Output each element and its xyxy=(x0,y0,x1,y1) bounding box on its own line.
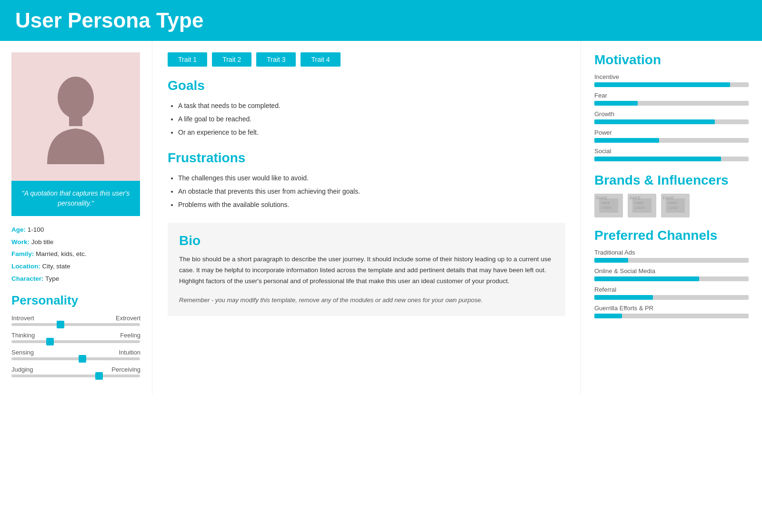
age-value: 1-100 xyxy=(28,226,44,233)
motivation-bar-row: Power xyxy=(594,129,749,143)
svg-text:FAKE: FAKE xyxy=(602,201,610,205)
svg-text:FAKE: FAKE xyxy=(668,201,677,205)
slider-track xyxy=(11,357,140,360)
channel-bar-fill xyxy=(594,314,622,318)
list-item: An obstacle that prevents this user from… xyxy=(178,185,565,198)
trait-button[interactable]: Trait 4 xyxy=(301,52,340,67)
age-label: Age: xyxy=(11,226,26,233)
main-content: "A quotation that captures this user's p… xyxy=(0,41,762,394)
channel-bar-row: Online & Social Media xyxy=(594,267,749,281)
slider-thumb[interactable] xyxy=(57,321,64,328)
personality-slider-row: Thinking Feeling xyxy=(11,332,140,344)
trait-button[interactable]: Trait 2 xyxy=(212,52,251,67)
middle-column: Trait 1Trait 2Trait 3Trait 4 Goals A tas… xyxy=(152,41,581,394)
slider-right-label: Perceiving xyxy=(111,366,140,373)
list-item: The challenges this user would like to a… xyxy=(178,171,565,185)
brand-logo-2: FAKELOGO xyxy=(628,194,656,217)
channel-bars: Traditional Ads Online & Social Media Re… xyxy=(594,249,749,318)
channel-bar-row: Referral xyxy=(594,286,749,300)
slider-track xyxy=(11,323,140,326)
page-title: User Persona Type xyxy=(15,9,747,32)
motivation-bar-row: Fear xyxy=(594,92,749,106)
personality-section: Personality Introvert Extrovert Thinking… xyxy=(11,293,140,378)
personality-title: Personality xyxy=(11,293,140,308)
channel-bar-track xyxy=(594,258,749,263)
user-info: Age: 1-100 Work: Job title Family: Marri… xyxy=(11,224,140,285)
channel-bar-track xyxy=(594,314,749,318)
slider-thumb[interactable] xyxy=(46,338,54,345)
personality-slider-row: Judging Perceiving xyxy=(11,366,140,378)
slider-left-label: Thinking xyxy=(11,332,35,339)
bar-track xyxy=(594,157,749,161)
bio-text: The bio should be a short paragraph to d… xyxy=(179,254,554,287)
location-value: City, state xyxy=(42,263,70,270)
avatar-silhouette-icon xyxy=(38,69,114,164)
bar-label: Fear xyxy=(594,92,749,99)
slider-right-label: Intuition xyxy=(119,349,140,356)
svg-rect-5 xyxy=(632,198,652,213)
svg-rect-2 xyxy=(599,198,618,213)
motivation-bar-row: Incentive xyxy=(594,73,749,87)
bio-title: Bio xyxy=(179,233,554,248)
personality-slider-row: Introvert Extrovert xyxy=(11,315,140,327)
left-column: "A quotation that captures this user's p… xyxy=(0,41,152,394)
brands-logos: FAKELOGO FAKELOGO FAKELOGO xyxy=(594,194,749,217)
channel-bar-track xyxy=(594,295,749,300)
bio-note: Remember - you may modify this template,… xyxy=(179,296,554,305)
bar-fill xyxy=(594,119,715,124)
motivation-title: Motivation xyxy=(594,52,749,68)
channel-bar-row: Traditional Ads xyxy=(594,249,749,263)
personality-sliders: Introvert Extrovert Thinking Feeling Sen… xyxy=(11,315,140,378)
svg-text:LOGO: LOGO xyxy=(635,206,645,209)
brands-title: Brands & Influencers xyxy=(594,173,749,188)
frustrations-title: Frustrations xyxy=(168,150,565,166)
svg-rect-8 xyxy=(666,198,685,213)
bar-label: Incentive xyxy=(594,73,749,80)
avatar-box xyxy=(11,52,140,181)
list-item: A task that needs to be completed. xyxy=(178,99,565,112)
slider-track xyxy=(11,340,140,343)
motivation-bar-row: Growth xyxy=(594,110,749,124)
goals-title: Goals xyxy=(168,78,565,93)
preferred-channels-title: Preferred Channels xyxy=(594,228,749,243)
channel-label: Online & Social Media xyxy=(594,267,749,275)
motivation-section: Motivation Incentive Fear Growth Power S… xyxy=(594,52,749,161)
channel-bar-row: Guerrilla Efforts & PR xyxy=(594,305,749,318)
slider-left-label: Sensing xyxy=(11,349,34,356)
bar-track xyxy=(594,101,749,106)
slider-left-label: Introvert xyxy=(11,315,34,322)
svg-text:LOGO: LOGO xyxy=(602,206,612,209)
channel-bar-fill xyxy=(594,276,699,281)
svg-text:LOGO: LOGO xyxy=(668,206,678,209)
character-value: Type xyxy=(45,275,59,282)
bio-box: Bio The bio should be a short paragraph … xyxy=(168,223,565,316)
character-label: Character: xyxy=(11,275,44,282)
traits-row: Trait 1Trait 2Trait 3Trait 4 xyxy=(168,52,565,67)
slider-track xyxy=(11,374,140,377)
bar-label: Social xyxy=(594,148,749,155)
motivation-bar-row: Social xyxy=(594,148,749,161)
family-label: Family: xyxy=(11,250,34,257)
slider-right-label: Extrovert xyxy=(116,315,140,322)
right-column: Motivation Incentive Fear Growth Power S… xyxy=(581,41,762,394)
slider-right-label: Feeling xyxy=(120,332,140,339)
channel-bar-fill xyxy=(594,295,653,300)
bar-fill xyxy=(594,82,730,87)
slider-thumb[interactable] xyxy=(79,355,86,363)
slider-thumb[interactable] xyxy=(95,372,103,380)
channel-label: Referral xyxy=(594,286,749,293)
list-item: Problems with the available solutions. xyxy=(178,198,565,211)
list-item: A life goal to be reached. xyxy=(178,112,565,126)
svg-rect-1 xyxy=(69,116,82,126)
frustrations-list: The challenges this user would like to a… xyxy=(168,171,565,211)
svg-point-0 xyxy=(58,77,94,118)
brand-logo-1: FAKELOGO xyxy=(594,194,623,217)
page-header: User Persona Type xyxy=(0,0,762,41)
bar-fill xyxy=(594,157,721,161)
bar-track xyxy=(594,82,749,87)
svg-text:FAKE: FAKE xyxy=(635,201,643,205)
trait-button[interactable]: Trait 1 xyxy=(168,52,207,67)
bar-fill xyxy=(594,138,659,143)
trait-button[interactable]: Trait 3 xyxy=(256,52,296,67)
channel-bar-fill xyxy=(594,258,628,263)
